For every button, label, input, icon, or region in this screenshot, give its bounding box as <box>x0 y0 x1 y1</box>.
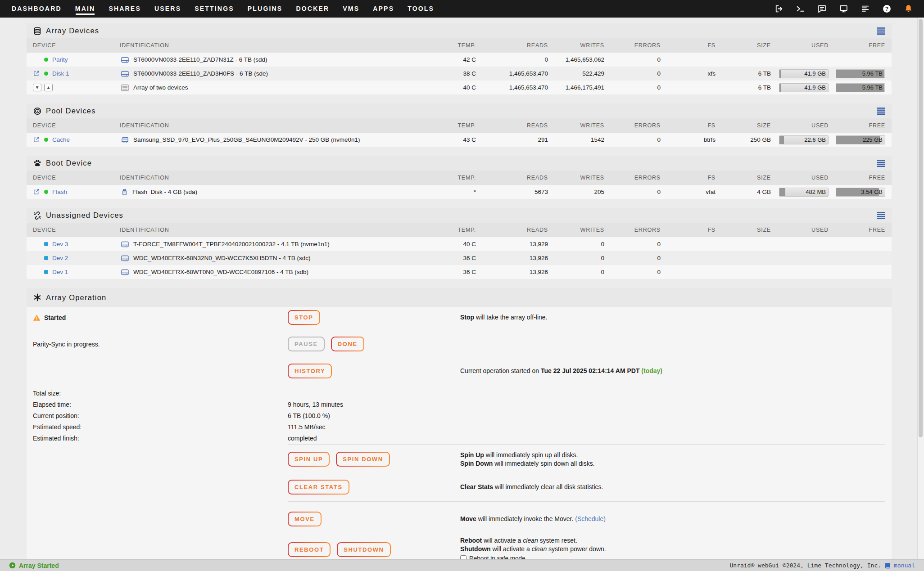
spin-up-button[interactable]: SPIN UP <box>288 452 330 467</box>
nav-item-shares[interactable]: SHARES <box>109 0 141 18</box>
device-cell: Dev 2 <box>33 254 120 262</box>
nav-item-dashboard[interactable]: DASHBOARD <box>12 0 62 18</box>
table-row: Disk 1 ST6000VN0033-2EE110_ZAD3H0FS - 6 … <box>27 67 892 81</box>
stat-label: Estimated speed: <box>33 423 288 431</box>
nav-item-plugins[interactable]: PLUGINS <box>248 0 283 18</box>
identification-cell: WDC_WD40EFRX-68N32N0_WD-WCC7K5XH5DTN - 4… <box>120 255 422 262</box>
list-view-icon[interactable] <box>877 107 885 115</box>
array-devices-header: Array Devices <box>27 23 892 38</box>
shutdown-button[interactable]: SHUTDOWN <box>337 542 390 557</box>
move-button[interactable]: MOVE <box>288 512 322 526</box>
column-header-free: FREE <box>829 122 885 129</box>
device-link[interactable]: Dev 3 <box>52 241 68 247</box>
book-icon <box>884 562 891 569</box>
help-icon[interactable]: ? <box>882 4 892 13</box>
device-link[interactable]: Parity <box>52 56 68 63</box>
table-row: Flash Flash_Disk - 4 GB (sda) *56732050v… <box>27 185 892 199</box>
pause-button[interactable]: PAUSE <box>288 337 325 351</box>
nav-item-main[interactable]: MAIN <box>75 0 95 18</box>
stat-label: Total size: <box>33 390 288 397</box>
device-status-dot <box>44 256 48 260</box>
writes-value: 1542 <box>548 136 604 143</box>
feedback-icon[interactable] <box>817 4 827 13</box>
stat-value: 9 hours, 13 minutes <box>288 401 892 408</box>
schedule-link[interactable]: (Schedule) <box>575 515 606 522</box>
table-row: Dev 2 WDC_WD40EFRX-68N32N0_WD-WCC7K5XH5D… <box>27 251 892 265</box>
fs-value: btrfs <box>661 136 716 143</box>
column-header-errors: ERRORS <box>604 122 661 129</box>
reads-value: 13,926 <box>476 269 548 275</box>
nav-item-docker[interactable]: DOCKER <box>296 0 329 18</box>
free-bar: 225 GB <box>829 135 885 144</box>
spin-down-button[interactable]: SPIN DOWN <box>336 452 390 467</box>
hdd-icon <box>121 255 129 262</box>
list-view-icon[interactable] <box>877 159 885 167</box>
fs-value: vfat <box>661 189 716 195</box>
status-footer: Array Started Unraid® webGui ©2024, Lime… <box>0 559 924 571</box>
spin-description: Spin Up will immediately spin up all dis… <box>460 451 892 468</box>
temp-value: 42 C <box>422 56 476 63</box>
history-button[interactable]: HISTORY <box>288 364 332 378</box>
stat-row: Estimated finish: completed <box>27 432 892 444</box>
spin-up-toggle[interactable]: ▲ <box>44 84 53 91</box>
external-link-icon[interactable] <box>33 136 40 143</box>
identification-cell: WDC_WD40EFRX-68WT0N0_WD-WCC4E0897106 - 4… <box>120 269 422 276</box>
paw-icon <box>33 159 41 167</box>
reboot-button[interactable]: REBOOT <box>288 542 331 557</box>
nav-item-users[interactable]: USERS <box>154 0 181 18</box>
device-link[interactable]: Disk 1 <box>52 70 69 77</box>
table-row: Parity ST6000VN0033-2EE110_ZAD7N31Z - 6 … <box>27 53 892 67</box>
spin-down-toggle[interactable]: ▼ <box>33 84 41 91</box>
external-link-icon[interactable] <box>33 189 40 195</box>
used-bar: 41.9 GB <box>771 83 829 92</box>
nav-item-tools[interactable]: TOOLS <box>408 0 434 18</box>
clear-stats-button[interactable]: CLEAR STATS <box>288 480 349 495</box>
size-value: 250 GB <box>716 136 771 143</box>
stop-button[interactable]: STOP <box>288 310 320 325</box>
move-row: MOVE Move will immediately invoke the Mo… <box>27 512 892 526</box>
column-header-errors: ERRORS <box>604 227 661 233</box>
external-link-icon[interactable] <box>33 70 40 77</box>
done-button[interactable]: DONE <box>331 337 364 351</box>
temp-value: 36 C <box>422 269 476 275</box>
nav-item-apps[interactable]: APPS <box>373 0 394 18</box>
reads-value: 291 <box>476 136 548 143</box>
errors-value: 0 <box>604 189 661 195</box>
device-cell: Cache <box>33 136 120 144</box>
log-icon[interactable] <box>861 4 870 13</box>
parity-sync-row: Parity-Sync in progress. PAUSE DONE <box>27 337 892 351</box>
device-link[interactable]: Cache <box>52 136 70 143</box>
operation-stats: Total size: Elapsed time: 9 hours, 13 mi… <box>27 387 892 444</box>
list-view-icon[interactable] <box>877 211 885 219</box>
nav-item-vms[interactable]: VMS <box>343 0 359 18</box>
stat-value: completed <box>288 435 892 442</box>
column-header-free: FREE <box>829 42 885 49</box>
reads-value: 1,465,653,470 <box>476 84 548 91</box>
nav-item-settings[interactable]: SETTINGS <box>195 0 234 18</box>
reads-value: 0 <box>476 56 548 63</box>
column-header-free: FREE <box>829 175 885 181</box>
notifications-bell-icon[interactable] <box>904 4 913 13</box>
manual-link[interactable]: manual <box>894 562 915 569</box>
scrollbar-thumb[interactable] <box>919 19 923 437</box>
device-link[interactable]: Dev 2 <box>52 255 68 261</box>
terminal-icon[interactable] <box>796 4 805 13</box>
used-bar: 41.9 GB <box>771 69 829 78</box>
vertical-scrollbar[interactable] <box>917 18 924 571</box>
column-header-device: DEVICE <box>33 175 120 181</box>
logout-icon[interactable] <box>774 4 784 13</box>
section-array-devices: Array Devices DEVICEIDENTIFICATIONTEMP.R… <box>27 23 892 94</box>
monitor-icon[interactable] <box>839 4 848 13</box>
database-icon <box>33 27 41 35</box>
temp-value: 40 C <box>422 241 476 247</box>
column-header-temp: TEMP. <box>422 122 476 129</box>
list-view-icon[interactable] <box>877 27 885 35</box>
top-nav-bar: DASHBOARDMAINSHARESUSERSSETTINGSPLUGINSD… <box>0 0 924 18</box>
device-status-dot <box>44 72 48 76</box>
column-header-identification: IDENTIFICATION <box>120 42 422 49</box>
unassigned-devices-header: Unassigned Devices <box>27 208 892 223</box>
column-header-used: USED <box>771 42 829 49</box>
device-link[interactable]: Dev 1 <box>52 269 68 275</box>
device-link[interactable]: Flash <box>52 189 67 195</box>
column-header-fs: FS <box>661 42 716 49</box>
